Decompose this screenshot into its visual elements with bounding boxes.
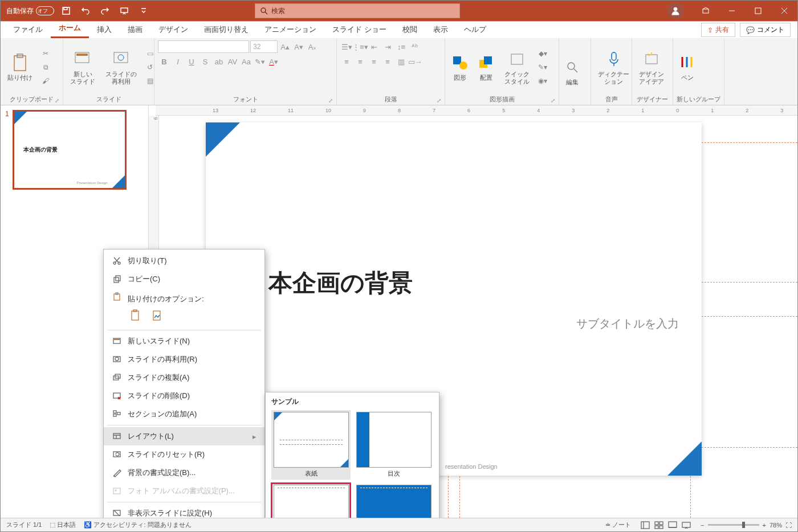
ctx-copy[interactable]: コピー(C) — [104, 270, 264, 288]
zoom-value[interactable]: 78% — [769, 522, 782, 529]
redo-icon[interactable] — [97, 3, 112, 18]
tab-file[interactable]: ファイル — [5, 21, 51, 38]
qat-more-icon[interactable] — [136, 3, 151, 18]
shape-fill-icon[interactable]: ◆▾ — [536, 47, 549, 60]
copy-icon[interactable]: ⧉ — [39, 61, 52, 73]
highlight-icon[interactable]: ✎▾ — [254, 55, 266, 68]
tab-slideshow[interactable]: スライド ショー — [324, 21, 394, 38]
font-launcher-icon[interactable]: ⤢ — [328, 97, 333, 104]
quick-styles-button[interactable]: クイック スタイル — [501, 47, 533, 88]
undo-icon[interactable] — [78, 3, 93, 18]
italic-button[interactable]: I — [172, 55, 184, 68]
reading-view-icon[interactable] — [666, 520, 679, 530]
line-spacing-icon[interactable]: ↕≡ — [395, 40, 408, 53]
bold-button[interactable]: B — [158, 55, 170, 68]
format-painter-icon[interactable]: 🖌 — [39, 75, 52, 87]
search-input[interactable]: 検索 — [255, 3, 460, 18]
shape-effects-icon[interactable]: ◉▾ — [536, 75, 549, 87]
ctx-layout[interactable]: レイアウト(L)▸ — [104, 427, 264, 445]
zoom-out-icon[interactable]: − — [701, 522, 704, 529]
draw-launcher-icon[interactable]: ⤢ — [551, 97, 555, 104]
share-button[interactable]: ⇪共有 — [701, 23, 735, 37]
maximize-button[interactable] — [745, 1, 771, 21]
slideshow-view-icon[interactable] — [680, 520, 693, 530]
autosave-toggle[interactable]: 自動保存 オフ — [6, 6, 54, 16]
tab-home[interactable]: ホーム — [51, 19, 89, 38]
notes-toggle[interactable]: ≐ ノート — [605, 521, 631, 529]
close-button[interactable] — [771, 1, 797, 21]
layout-option-contents[interactable]: コンテンツ — [271, 483, 351, 518]
strike-button[interactable]: S — [199, 55, 211, 68]
ctx-reset-slide[interactable]: スライドのリセット(R) — [104, 445, 264, 464]
minimize-button[interactable] — [719, 1, 745, 21]
shape-outline-icon[interactable]: ✎▾ — [536, 61, 549, 73]
underline-button[interactable]: U — [185, 55, 198, 68]
tab-review[interactable]: 校閲 — [394, 21, 425, 38]
paste-as-picture[interactable] — [149, 308, 165, 324]
comments-button[interactable]: 💬コメント — [740, 23, 791, 37]
slide-counter[interactable]: スライド 1/1 — [6, 521, 42, 529]
zoom-slider[interactable]: − + 78% ⛶ — [701, 522, 792, 529]
slide-title[interactable]: 本企画の背景 — [268, 267, 413, 299]
save-icon[interactable] — [59, 3, 74, 18]
new-slide-button[interactable]: 新しい スライド — [67, 47, 99, 88]
indent-dec-icon[interactable]: ⇤ — [368, 40, 380, 53]
tab-draw[interactable]: 描画 — [120, 21, 150, 38]
font-color-icon[interactable]: A▾ — [267, 55, 280, 68]
tab-transitions[interactable]: 画面切り替え — [196, 21, 256, 38]
pen-button[interactable]: ペン — [677, 50, 698, 84]
paste-keep-theme[interactable] — [128, 308, 144, 324]
justify-icon[interactable]: ≡ — [381, 55, 394, 68]
shapes-button[interactable]: 図形 — [449, 50, 471, 84]
language-indicator[interactable]: ⬚ 日本語 — [50, 521, 76, 529]
fit-to-window-icon[interactable]: ⛶ — [785, 522, 792, 529]
sorter-view-icon[interactable] — [653, 520, 665, 530]
text-direction-icon[interactable]: ᴬᵇ — [409, 40, 421, 53]
ctx-add-section[interactable]: セクションの追加(A) — [104, 405, 264, 423]
dictate-button[interactable]: ディクテー ション — [595, 47, 633, 88]
tab-insert[interactable]: 挿入 — [89, 21, 120, 38]
ctx-reuse-slide[interactable]: スライドの再利用(R) — [104, 350, 264, 369]
present-icon[interactable] — [117, 3, 132, 18]
change-case-icon[interactable]: Aa — [240, 55, 253, 68]
font-size-input[interactable]: 32 — [250, 40, 278, 53]
tab-design[interactable]: デザイン — [150, 21, 196, 38]
ctx-hide-slide[interactable]: 非表示スライドに設定(H) — [104, 504, 264, 518]
ctx-duplicate-slide[interactable]: スライドの複製(A) — [104, 369, 264, 387]
accessibility-checker[interactable]: ♿ アクセシビリティ: 問題ありません — [84, 521, 191, 529]
user-avatar[interactable] — [667, 3, 683, 19]
grow-font-icon[interactable]: A▴ — [279, 40, 291, 53]
layout-option-cover[interactable]: 表紙 — [271, 410, 351, 480]
zoom-in-icon[interactable]: + — [763, 522, 766, 529]
editing-button[interactable]: 編集 — [563, 55, 582, 88]
shadow-button[interactable]: ab — [213, 55, 225, 68]
align-left-icon[interactable]: ≡ — [340, 55, 353, 68]
clear-format-icon[interactable]: Aₓ — [306, 40, 319, 53]
normal-view-icon[interactable] — [639, 520, 652, 530]
align-right-icon[interactable]: ≡ — [368, 55, 380, 68]
layout-option-blank[interactable]: ブランク — [354, 483, 433, 518]
tab-view[interactable]: 表示 — [425, 21, 456, 38]
cut-icon[interactable]: ✂ — [39, 47, 52, 60]
smartart-icon[interactable]: ▭→ — [409, 55, 421, 68]
char-spacing-icon[interactable]: AV — [226, 55, 239, 68]
bullets-icon[interactable]: ☰▾ — [340, 40, 353, 53]
para-launcher-icon[interactable]: ⤢ — [437, 97, 441, 104]
tab-help[interactable]: ヘルプ — [456, 21, 494, 38]
design-ideas-button[interactable]: デザイン アイデア — [636, 47, 667, 88]
reuse-slide-button[interactable]: スライドの 再利用 — [102, 47, 140, 88]
ctx-format-background[interactable]: 背景の書式設定(B)... — [104, 464, 264, 482]
paste-button[interactable]: 貼り付け — [4, 50, 36, 84]
slide-thumbnail-1[interactable]: 1 本企画の背景 Presentation Design — [5, 110, 144, 190]
shrink-font-icon[interactable]: A▾ — [292, 40, 305, 53]
font-name-input[interactable] — [158, 40, 249, 53]
arrange-button[interactable]: 配置 — [475, 50, 498, 84]
clipboard-launcher-icon[interactable]: ⤢ — [55, 97, 59, 104]
numbering-icon[interactable]: ⋮≡▾ — [354, 40, 367, 53]
slide-subtitle-placeholder[interactable]: サブタイトルを入力 — [576, 316, 679, 332]
align-center-icon[interactable]: ≡ — [354, 55, 367, 68]
ribbon-options-icon[interactable] — [693, 1, 719, 21]
columns-icon[interactable]: ▥ — [395, 55, 408, 68]
tab-animations[interactable]: アニメーション — [256, 21, 324, 38]
layout-option-toc[interactable]: 目次 — [354, 410, 433, 480]
